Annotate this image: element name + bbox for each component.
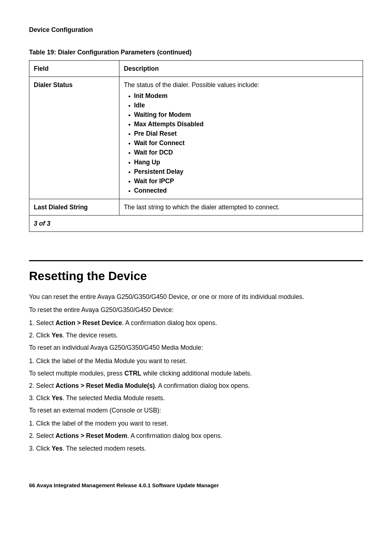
list-item: Wait for Connect	[134, 138, 358, 148]
dialer-status-intro: The status of the dialer. Possible value…	[124, 81, 260, 89]
list-item: Waiting for Modem	[134, 110, 358, 119]
section-header: Device Configuration	[29, 25, 363, 34]
table-header-row: Field Description	[29, 61, 363, 77]
col-description: Description	[119, 61, 363, 77]
section-rule	[29, 260, 363, 261]
text: . A confirmation dialog box opens.	[155, 382, 250, 389]
list-item: Hang Up	[134, 157, 358, 167]
bold-text: Yes	[52, 445, 62, 452]
page-footer: 66 Avaya Integrated Management Release 4…	[29, 482, 363, 489]
list-item: Pre Dial Reset	[134, 129, 358, 138]
text: . The selected Media Module resets.	[62, 394, 165, 402]
dialer-status-list: Init Modem Idle Waiting for Modem Max At…	[124, 91, 358, 196]
table-caption: Table 19: Dialer Configuration Parameter…	[29, 48, 363, 57]
modem-step-2: 2. Select Actions > Reset Modem. A confi…	[29, 431, 363, 440]
list-item: Connected	[134, 186, 358, 195]
reset-modem-heading: To reset an external modem (Console or U…	[29, 406, 363, 415]
list-item: Max Attempts Disabled	[134, 119, 358, 129]
bold-text: Actions > Reset Media Module(s)	[56, 382, 155, 389]
text: 2. Click	[29, 332, 52, 339]
text: 3. Click	[29, 394, 52, 402]
field-last-dialed: Last Dialed String	[29, 199, 119, 216]
module-step-1: 1. Click the label of the Media Module y…	[29, 357, 363, 365]
text: 1. Select	[29, 319, 56, 327]
bold-text: Action > Reset Device	[56, 319, 122, 327]
device-step-2: 2. Click Yes. The device resets.	[29, 331, 363, 340]
text: . A confirmation dialog box opens.	[127, 432, 222, 439]
reset-module-heading: To reset an individual Avaya G250/G350/G…	[29, 343, 363, 352]
list-item: Wait for DCD	[134, 148, 358, 157]
table-row: Last Dialed String The last string to wh…	[29, 199, 363, 216]
modem-step-3: 3. Click Yes. The selected modem resets.	[29, 444, 363, 453]
col-field: Field	[29, 61, 119, 77]
table-pager-row: 3 of 3	[29, 216, 363, 232]
text: 2. Select	[29, 382, 56, 389]
bold-text: Yes	[52, 332, 62, 339]
text: 3. Click	[29, 445, 52, 452]
config-table: Field Description Dialer Status The stat…	[29, 60, 363, 232]
module-substep: To select multiple modules, press CTRL w…	[29, 369, 363, 378]
text: . The selected modem resets.	[62, 445, 146, 452]
desc-dialer-status: The status of the dialer. Possible value…	[119, 77, 363, 199]
list-item: Persistent Delay	[134, 167, 358, 176]
modem-step-1: 1. Click the label of the modem you want…	[29, 419, 363, 428]
list-item: Init Modem	[134, 91, 358, 100]
text: . A confirmation dialog box opens.	[122, 319, 217, 327]
table-pager: 3 of 3	[29, 216, 363, 232]
text: 2. Select	[29, 432, 56, 439]
text: To select multiple modules, press	[29, 370, 124, 377]
list-item: Wait for IPCP	[134, 176, 358, 186]
intro-paragraph: You can reset the entire Avaya G250/G350…	[29, 292, 363, 301]
text: while clicking additional module labels.	[141, 370, 252, 377]
bold-text: Yes	[52, 394, 62, 402]
device-step-1: 1. Select Action > Reset Device. A confi…	[29, 319, 363, 327]
text: . The device resets.	[62, 332, 118, 339]
module-step-2: 2. Select Actions > Reset Media Module(s…	[29, 381, 363, 390]
reset-device-heading: To reset the entire Avaya G250/G350/G450…	[29, 305, 363, 314]
page-title: Resetting the Device	[29, 268, 363, 284]
bold-text: CTRL	[124, 370, 142, 377]
table-row: Dialer Status The status of the dialer. …	[29, 77, 363, 199]
bold-text: Actions > Reset Modem	[56, 432, 127, 439]
list-item: Idle	[134, 100, 358, 110]
desc-last-dialed: The last string to which the dialer atte…	[119, 199, 363, 216]
module-step-3: 3. Click Yes. The selected Media Module …	[29, 394, 363, 402]
field-dialer-status: Dialer Status	[29, 77, 119, 199]
